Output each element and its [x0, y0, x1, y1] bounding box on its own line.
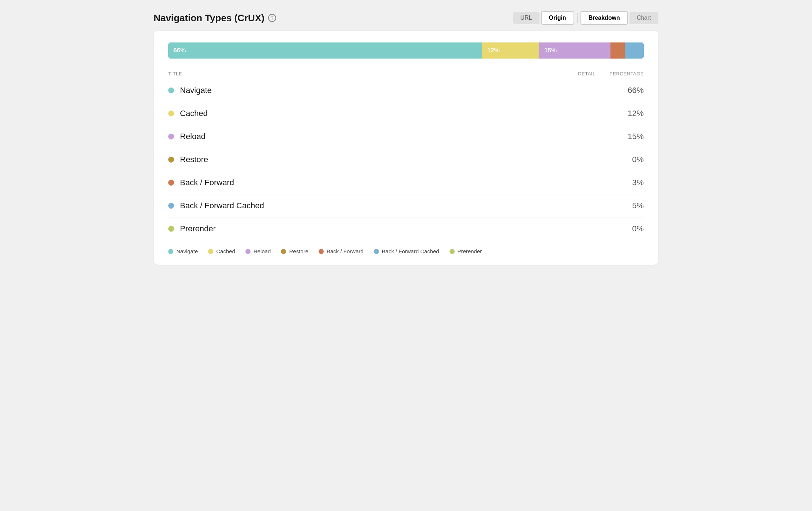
- table-header: TITLE DETAIL PERCENTAGE: [168, 69, 644, 79]
- legend-row: Navigate Cached Reload Restore Back / Fo…: [168, 247, 644, 254]
- row-dot: [168, 111, 174, 116]
- controls-divider: [577, 13, 578, 23]
- row-percentage: 12%: [614, 109, 644, 118]
- bar-segment: 12%: [482, 42, 539, 59]
- row-label: Back / Forward: [180, 178, 234, 187]
- page-title: Navigation Types (CrUX): [154, 12, 264, 24]
- row-dot: [168, 157, 174, 163]
- bar-segment: [610, 42, 625, 59]
- chart-button[interactable]: Chart: [629, 12, 658, 24]
- table-row: Cached 12%: [168, 102, 644, 125]
- row-percentage: 5%: [614, 201, 644, 210]
- row-percentage: 15%: [614, 132, 644, 141]
- row-dot: [168, 180, 174, 186]
- table-rows: Navigate 66% Cached 12% Reload 15% Resto…: [168, 79, 644, 240]
- row-percentage: 3%: [614, 178, 644, 187]
- title-area: Navigation Types (CrUX) ?: [154, 12, 276, 24]
- legend-label: Restore: [289, 248, 308, 254]
- legend-item: Cached: [208, 248, 235, 254]
- controls-area: URL Origin Breakdown Chart: [513, 11, 659, 25]
- table-row: Back / Forward 3%: [168, 171, 644, 194]
- main-card: 66%12%15% TITLE DETAIL PERCENTAGE Naviga…: [154, 31, 658, 265]
- table-row: Prerender 0%: [168, 217, 644, 240]
- row-label: Reload: [180, 132, 206, 141]
- row-label: Cached: [180, 109, 208, 118]
- row-left: Cached: [168, 109, 208, 118]
- row-percentage: 0%: [614, 224, 644, 234]
- legend-label: Cached: [216, 248, 235, 254]
- legend-label: Back / Forward Cached: [382, 248, 439, 254]
- page-container: Navigation Types (CrUX) ? URL Origin Bre…: [154, 7, 658, 265]
- legend-dot: [374, 249, 379, 254]
- row-left: Navigate: [168, 86, 212, 95]
- stacked-bar: 66%12%15%: [168, 42, 644, 59]
- row-left: Reload: [168, 132, 206, 141]
- legend-dot: [168, 249, 173, 254]
- row-dot: [168, 226, 174, 232]
- row-left: Back / Forward Cached: [168, 201, 264, 210]
- legend-dot: [281, 249, 286, 254]
- table-row: Reload 15%: [168, 125, 644, 148]
- legend-label: Reload: [253, 248, 271, 254]
- row-dot: [168, 87, 174, 93]
- legend-item: Reload: [245, 248, 271, 254]
- row-label: Restore: [180, 155, 208, 164]
- breakdown-button[interactable]: Breakdown: [580, 11, 628, 25]
- row-percentage: 0%: [614, 155, 644, 164]
- legend-label: Prerender: [458, 248, 482, 254]
- help-icon[interactable]: ?: [268, 14, 276, 22]
- legend-item: Back / Forward: [319, 248, 364, 254]
- legend-item: Prerender: [450, 248, 482, 254]
- origin-button[interactable]: Origin: [541, 11, 574, 25]
- row-dot: [168, 203, 174, 209]
- col-right: DETAIL PERCENTAGE: [566, 71, 644, 77]
- legend-item: Navigate: [168, 248, 198, 254]
- col-detail: DETAIL: [566, 71, 595, 77]
- legend-label: Back / Forward: [327, 248, 364, 254]
- legend-item: Restore: [281, 248, 308, 254]
- legend-dot: [450, 249, 455, 254]
- row-left: Prerender: [168, 224, 216, 234]
- table-row: Restore 0%: [168, 148, 644, 171]
- bar-segment: [625, 42, 644, 59]
- row-dot: [168, 134, 174, 139]
- col-title: TITLE: [168, 71, 182, 77]
- header-row: Navigation Types (CrUX) ? URL Origin Bre…: [154, 7, 658, 31]
- url-button[interactable]: URL: [513, 12, 540, 24]
- row-left: Restore: [168, 155, 208, 164]
- legend-dot: [208, 249, 213, 254]
- row-label: Back / Forward Cached: [180, 201, 264, 210]
- legend-dot: [245, 249, 251, 254]
- legend-item: Back / Forward Cached: [374, 248, 439, 254]
- row-label: Prerender: [180, 224, 216, 234]
- col-percentage: PERCENTAGE: [607, 71, 644, 77]
- row-label: Navigate: [180, 86, 212, 95]
- table-row: Back / Forward Cached 5%: [168, 194, 644, 217]
- bar-segment: 15%: [539, 42, 610, 59]
- row-left: Back / Forward: [168, 178, 234, 187]
- legend-dot: [319, 249, 324, 254]
- bar-segment: 66%: [168, 42, 482, 59]
- table-row: Navigate 66%: [168, 79, 644, 102]
- legend-label: Navigate: [176, 248, 198, 254]
- stacked-bar-container: 66%12%15%: [168, 42, 644, 59]
- row-percentage: 66%: [614, 86, 644, 95]
